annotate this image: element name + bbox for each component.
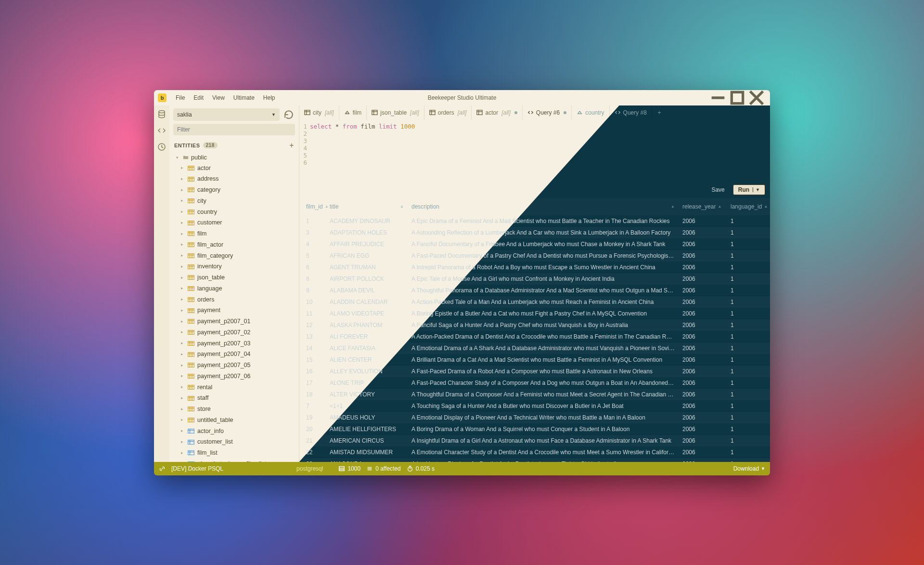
table-row[interactable]: 5AFRICAN EGGA Fast-Paced Documentary of …: [299, 250, 770, 262]
table-row[interactable]: 15ALIEN CENTERA Brilliant Drama of a Cat…: [299, 354, 770, 366]
tab[interactable]: actor[all]: [472, 105, 522, 120]
tab[interactable]: film: [339, 105, 367, 120]
column-header[interactable]: title▲: [326, 201, 408, 212]
table-node[interactable]: ▸json_table: [169, 272, 299, 283]
results-table[interactable]: film_id▲ title▲ description▲ release_yea…: [299, 198, 770, 462]
table-row[interactable]: 22AMISTAD MIDSUMMERA Emotional Character…: [299, 447, 770, 458]
menu-help[interactable]: Help: [259, 94, 280, 101]
add-tab-icon[interactable]: +: [652, 105, 667, 120]
window-maximize-icon[interactable]: [728, 90, 747, 105]
table-row[interactable]: 17ALONE TRIPA Fast-Paced Character Study…: [299, 377, 770, 389]
tab-sublabel: [all]: [458, 109, 467, 116]
download-button[interactable]: Download ▼: [733, 465, 765, 472]
schema-node[interactable]: ▾ public: [169, 153, 299, 163]
table-node[interactable]: ▸actor_info: [169, 426, 299, 437]
table-node[interactable]: ▸nicer_but_slower_film_list: [169, 459, 299, 462]
table-node[interactable]: ▸film_list: [169, 447, 299, 459]
table-node[interactable]: ▸orders: [169, 294, 299, 305]
filter-input[interactable]: [173, 124, 295, 135]
table-node[interactable]: ▸inventory: [169, 261, 299, 272]
table-icon: [188, 341, 194, 346]
chevron-down-icon[interactable]: ▼: [753, 187, 760, 192]
save-button[interactable]: Save: [706, 184, 730, 195]
table-node[interactable]: ▸address: [169, 173, 299, 184]
table-node[interactable]: ▸category: [169, 184, 299, 196]
table-node[interactable]: ▸customer: [169, 217, 299, 228]
column-header[interactable]: film_id▲: [299, 201, 326, 212]
table-name: payment_p2007_06: [197, 372, 251, 381]
menu-view[interactable]: View: [208, 94, 229, 101]
table-node[interactable]: ▸payment_p2007_03: [169, 338, 299, 349]
table-row[interactable]: 10ALADDIN CALENDARA Action-Packed Tale o…: [299, 296, 770, 308]
cell: ALLEY EVOLUTION: [326, 366, 408, 377]
table-node[interactable]: ▸payment_p2007_06: [169, 371, 299, 382]
table-icon: [188, 385, 194, 390]
table-row[interactable]: 16ALLEY EVOLUTIONA Fast-Paced Drama of a…: [299, 366, 770, 377]
table-row[interactable]: 8AIRPORT POLLOCKA Epic Tale of a Moose A…: [299, 273, 770, 285]
code-line[interactable]: select * from film limit 1000: [310, 123, 415, 130]
table-node[interactable]: ▸country: [169, 207, 299, 218]
table-row[interactable]: 19AMADEUS HOLYA Emotional Display of a P…: [299, 412, 770, 423]
add-entity-icon[interactable]: +: [289, 141, 294, 150]
column-header[interactable]: description▲: [408, 201, 679, 212]
table-node[interactable]: ▸untitled_table: [169, 415, 299, 426]
cell: A Lacklusture Display of a Dentist And a…: [408, 458, 679, 462]
table-node[interactable]: ▸payment: [169, 305, 299, 316]
table-node[interactable]: ▸customer_list: [169, 436, 299, 447]
table-node[interactable]: ▸payment_p2007_02: [169, 327, 299, 338]
table-node[interactable]: ▸rental: [169, 382, 299, 393]
table-row[interactable]: 4AFFAIR PREJUDICEA Fanciful Documentary …: [299, 238, 770, 250]
sql-editor[interactable]: 1select * from film limit 100023456: [299, 120, 770, 183]
table-row[interactable]: 23ANACONDA CONFESSIONSA Lacklusture Disp…: [299, 458, 770, 462]
menu-edit[interactable]: Edit: [189, 94, 208, 101]
refresh-icon[interactable]: [282, 108, 295, 121]
table-row[interactable]: 1ACADEMY DINOSAURA Epic Drama of a Femin…: [299, 215, 770, 227]
table-row[interactable]: 18ALTER VICTORYA Thoughtful Drama of a C…: [299, 389, 770, 400]
table-node[interactable]: ▸actor: [169, 163, 299, 174]
table-node[interactable]: ▸staff: [169, 393, 299, 404]
column-header[interactable]: release_year▲: [679, 201, 727, 212]
entity-tree[interactable]: ▾ public ▸actor▸address▸category▸city▸co…: [169, 153, 299, 462]
tab[interactable]: orders[all]: [424, 105, 472, 120]
tab[interactable]: json_table[all]: [367, 105, 424, 120]
window-close-icon[interactable]: [747, 90, 766, 105]
table-node[interactable]: ▸city: [169, 196, 299, 207]
code-icon[interactable]: [157, 126, 167, 135]
table-name: payment: [197, 306, 220, 315]
table-row[interactable]: 11ALAMO VIDEOTAPEA Boring Epistle of a B…: [299, 308, 770, 319]
table-row[interactable]: 13ALI FOREVERA Action-Packed Drama of a …: [299, 331, 770, 342]
row-count: 1000: [347, 465, 360, 472]
run-button[interactable]: Run ▼: [733, 184, 765, 195]
table-row[interactable]: 14ALICE FANTASIAA Emotional Drama of a A…: [299, 342, 770, 354]
table-node[interactable]: ▸film_actor: [169, 239, 299, 250]
table-node[interactable]: ▸payment_p2007_01: [169, 316, 299, 327]
column-header[interactable]: language_id▲: [727, 201, 770, 212]
database-icon[interactable]: [157, 109, 167, 119]
table-node[interactable]: ▸film: [169, 228, 299, 239]
tab[interactable]: Query #8: [610, 105, 652, 120]
connection-status[interactable]: [DEV] Docker PSQL: [171, 465, 223, 472]
window-minimize-icon[interactable]: [708, 90, 728, 105]
table-row[interactable]: 7=1+1A Touching Saga of a Hunter And a B…: [299, 400, 770, 412]
table-node[interactable]: ▸payment_p2007_05: [169, 360, 299, 371]
table-row[interactable]: 21AMERICAN CIRCUSA Insightful Drama of a…: [299, 435, 770, 447]
table-row[interactable]: 3ADAPTATION HOLESA Astounding Reflection…: [299, 227, 770, 238]
tab[interactable]: country: [572, 105, 609, 120]
table-row[interactable]: 12ALASKA PHANTOMA Fanciful Saga of a Hun…: [299, 319, 770, 331]
table-node[interactable]: ▸store: [169, 404, 299, 415]
table-node[interactable]: ▸payment_p2007_04: [169, 349, 299, 360]
history-icon[interactable]: [157, 142, 167, 152]
table-node[interactable]: ▸film_category: [169, 250, 299, 262]
table-icon: [188, 308, 194, 313]
connection-selector[interactable]: saklia ▼: [173, 108, 280, 121]
table-name: nicer_but_slower_film_list: [197, 460, 266, 462]
main-panel: city[all]filmjson_table[all]orders[all]a…: [299, 105, 770, 462]
table-row[interactable]: 9ALABAMA DEVILA Thoughtful Panorama of a…: [299, 285, 770, 296]
menu-file[interactable]: File: [171, 94, 189, 101]
table-node[interactable]: ▸language: [169, 283, 299, 294]
menu-ultimate[interactable]: Ultimate: [229, 94, 259, 101]
tab[interactable]: Query #6: [523, 105, 572, 120]
table-row[interactable]: 6AGENT TRUMANA Intrepid Panorama of a Ro…: [299, 262, 770, 273]
tab[interactable]: city[all]: [299, 105, 339, 120]
table-row[interactable]: 20AMELIE HELLFIGHTERSA Boring Drama of a…: [299, 423, 770, 435]
